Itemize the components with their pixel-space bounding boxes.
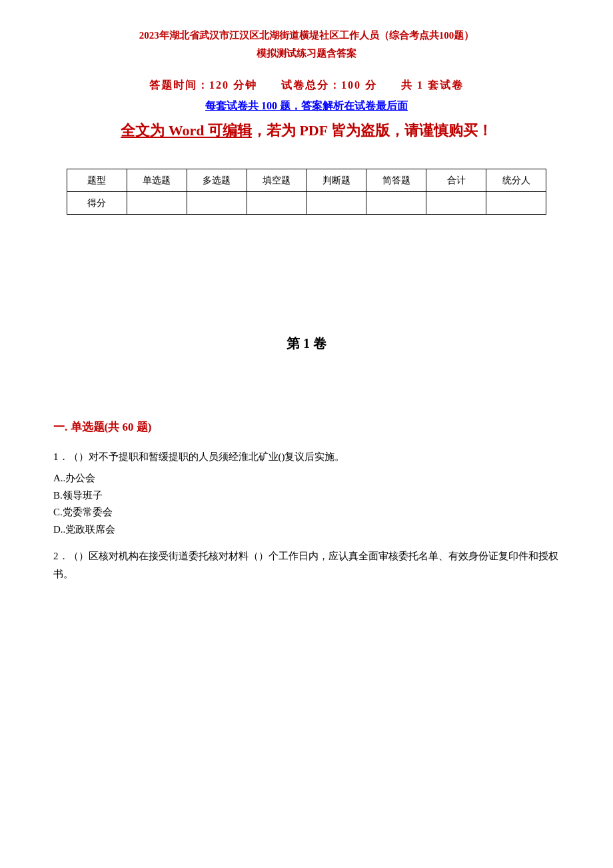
col-judge: 判断题 (306, 169, 366, 192)
question-2-text: 2．（）区核对机构在接受街道委托核对材料（）个工作日内，应认真全面审核委托名单、… (53, 547, 560, 583)
col-multi: 多选题 (187, 169, 247, 192)
notice2-text: 全文为 Word 可编辑，若为 PDF 皆为盗版，请谨慎购买！ (121, 122, 492, 139)
score-label: 得分 (67, 192, 127, 215)
spacer1 (53, 241, 560, 295)
section1-title: 一. 单选题(共 60 题) (53, 419, 560, 435)
notice2-block: 全文为 Word 可编辑，若为 PDF 皆为盗版，请谨慎购买！ (53, 119, 560, 142)
q1-option-d: D..党政联席会 (53, 521, 560, 539)
total-score-label: 试卷总分：100 分 (281, 79, 377, 91)
col-short: 简答题 (366, 169, 426, 192)
score-total (426, 192, 486, 215)
score-table: 题型 单选题 多选题 填空题 判断题 简答题 合计 统分人 得分 (67, 169, 546, 215)
question-1: 1．（）对不予提职和暂缓提职的人员须经淮北矿业()复议后实施。 A..办公会 B… (53, 448, 560, 538)
table-row-score: 得分 (67, 192, 546, 215)
score-single (127, 192, 187, 215)
header-title: 2023年湖北省武汉市江汉区北湖街道横堤社区工作人员（综合考点共100题） 模拟… (53, 27, 560, 63)
col-single: 单选题 (127, 169, 187, 192)
sets-label: 共 1 套试卷 (401, 79, 464, 91)
col-scorer: 统分人 (486, 169, 546, 192)
spacer2 (53, 379, 560, 399)
vol-title: 第 1 卷 (53, 335, 560, 353)
title-line1: 2023年湖北省武汉市江汉区北湖街道横堤社区工作人员（综合考点共100题） (139, 30, 474, 41)
col-type: 题型 (67, 169, 127, 192)
col-fill: 填空题 (247, 169, 306, 192)
title-line2: 模拟测试练习题含答案 (257, 48, 356, 59)
question-1-text: 1．（）对不予提职和暂缓提职的人员须经淮北矿业()复议后实施。 (53, 448, 560, 466)
notice2-part1: 全文为 Word 可编辑 (121, 122, 252, 139)
score-judge (306, 192, 366, 215)
q1-option-c: C.党委常委会 (53, 504, 560, 521)
exam-info-line: 答题时间：120 分钟 试卷总分：100 分 共 1 套试卷 (53, 79, 560, 93)
notice1-text: 每套试卷共 100 题，答案解析在试卷最后面 (53, 99, 560, 113)
col-total: 合计 (426, 169, 486, 192)
time-label: 答题时间：120 分钟 (149, 79, 257, 91)
header-section: 2023年湖北省武汉市江汉区北湖街道横堤社区工作人员（综合考点共100题） 模拟… (53, 27, 560, 63)
score-fill (247, 192, 306, 215)
notice2-part2: ，若为 PDF 皆为盗版，请谨慎购买！ (252, 122, 492, 139)
score-scorer (486, 192, 546, 215)
score-multi (187, 192, 247, 215)
table-row-header: 题型 单选题 多选题 填空题 判断题 简答题 合计 统分人 (67, 169, 546, 192)
score-table-wrapper: 题型 单选题 多选题 填空题 判断题 简答题 合计 统分人 得分 (53, 155, 560, 228)
score-short (366, 192, 426, 215)
q1-option-a: A..办公会 (53, 470, 560, 487)
question-2: 2．（）区核对机构在接受街道委托核对材料（）个工作日内，应认真全面审核委托名单、… (53, 547, 560, 583)
q1-option-b: B.领导班子 (53, 487, 560, 505)
